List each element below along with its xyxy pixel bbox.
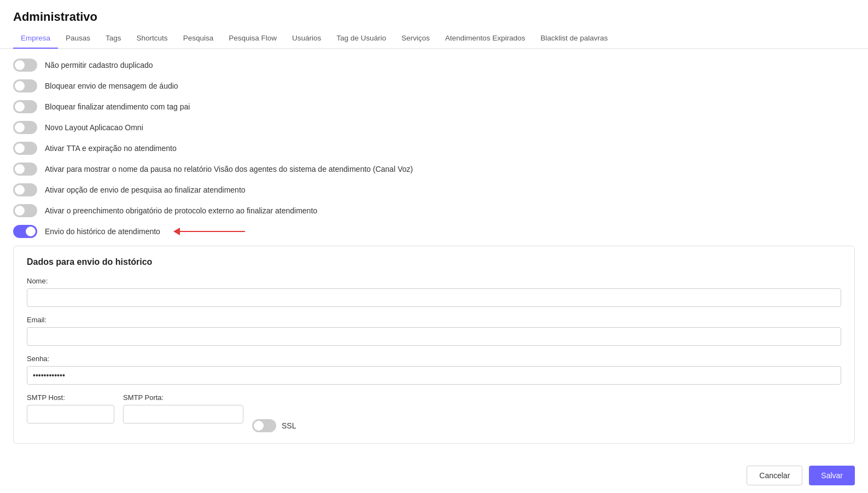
- label-senha: Senha:: [27, 355, 841, 363]
- form-col-smtp-host: SMTP Host:: [27, 393, 114, 432]
- history-card-title: Dados para envio do histórico: [27, 257, 841, 267]
- toggle-row-envio-pesquisa: Ativar opção de envio de pesquisa ao fin…: [13, 183, 855, 196]
- toggle-bloquear-audio[interactable]: [13, 79, 37, 92]
- toggle-row-historico-atendimento: Envio do histórico de atendimento: [13, 225, 855, 238]
- input-email[interactable]: [27, 327, 841, 346]
- save-button[interactable]: Salvar: [809, 466, 855, 485]
- tab-usuarios[interactable]: Usuários: [284, 28, 329, 49]
- toggle-ativar-tta[interactable]: [13, 142, 37, 155]
- toggle-row-bloquear-audio: Bloquear envio de mensagem de áudio: [13, 79, 855, 92]
- input-smtp-host[interactable]: [27, 405, 114, 424]
- cancel-button[interactable]: Cancelar: [747, 466, 802, 485]
- tab-pausas[interactable]: Pausas: [58, 28, 98, 49]
- toggle-envio-pesquisa[interactable]: [13, 183, 37, 196]
- toggle-label-mostrar-pausa: Ativar para mostrar o nome da pausa no r…: [45, 165, 413, 173]
- form-row-smtp: SMTP Host: SMTP Porta: SSL: [27, 393, 841, 432]
- label-smtp-porta: SMTP Porta:: [123, 393, 243, 402]
- footer-actions: Cancelar Salvar: [747, 466, 855, 485]
- toggle-row-ativar-tta: Ativar TTA e expiração no atendimento: [13, 142, 855, 155]
- form-group-email: Email:: [27, 316, 841, 346]
- toggle-row-protocolo-externo: Ativar o preenchimento obrigatório de pr…: [13, 204, 855, 217]
- toggle-novo-layout[interactable]: [13, 121, 37, 134]
- arrow-indicator: [173, 228, 245, 235]
- label-email: Email:: [27, 316, 841, 324]
- toggle-label-bloquear-tag-pai: Bloquear finalizar atendimento com tag p…: [45, 102, 190, 111]
- tabs-bar: Empresa Pausas Tags Shortcuts Pesquisa P…: [0, 28, 868, 49]
- form-group-senha: Senha:: [27, 355, 841, 385]
- tab-empresa[interactable]: Empresa: [13, 28, 58, 49]
- tab-pesquisa[interactable]: Pesquisa: [176, 28, 222, 49]
- ssl-row: SSL: [252, 419, 296, 432]
- tab-blacklist[interactable]: Blacklist de palavras: [533, 28, 615, 49]
- page-container: Administrativo Empresa Pausas Tags Short…: [0, 0, 868, 493]
- toggle-bloquear-tag-pai[interactable]: [13, 100, 37, 113]
- toggle-mostrar-pausa[interactable]: [13, 163, 37, 176]
- form-group-smtp-host: SMTP Host:: [27, 393, 114, 424]
- toggle-label-envio-pesquisa: Ativar opção de envio de pesquisa ao fin…: [45, 185, 246, 194]
- input-nome[interactable]: [27, 288, 841, 307]
- toggle-row-mostrar-pausa: Ativar para mostrar o nome da pausa no r…: [13, 163, 855, 176]
- page-title: Administrativo: [0, 0, 868, 24]
- input-smtp-porta[interactable]: [123, 405, 243, 424]
- toggle-row-cadastro-duplicado: Não permitir cadastro duplicado: [13, 59, 855, 72]
- arrow-line: [179, 231, 245, 232]
- form-group-smtp-porta: SMTP Porta:: [123, 393, 243, 424]
- tab-atendimentos-expirados[interactable]: Atendimentos Expirados: [438, 28, 533, 49]
- label-nome: Nome:: [27, 277, 841, 285]
- toggle-cadastro-duplicado[interactable]: [13, 59, 37, 72]
- toggle-protocolo-externo[interactable]: [13, 204, 37, 217]
- toggle-label-cadastro-duplicado: Não permitir cadastro duplicado: [45, 61, 153, 69]
- tab-shortcuts[interactable]: Shortcuts: [129, 28, 176, 49]
- ssl-label: SSL: [282, 421, 296, 430]
- tab-tag-usuario[interactable]: Tag de Usuário: [329, 28, 394, 49]
- label-smtp-host: SMTP Host:: [27, 393, 114, 402]
- tab-servicos[interactable]: Serviços: [394, 28, 438, 49]
- toggle-label-ativar-tta: Ativar TTA e expiração no atendimento: [45, 144, 177, 153]
- toggle-ssl[interactable]: [252, 419, 276, 432]
- tab-pesquisa-flow[interactable]: Pesquisa Flow: [221, 28, 284, 49]
- toggle-label-bloquear-audio: Bloquear envio de mensagem de áudio: [45, 82, 178, 90]
- form-col-smtp-porta: SMTP Porta:: [123, 393, 243, 432]
- tab-tags[interactable]: Tags: [98, 28, 129, 49]
- toggle-label-protocolo-externo: Ativar o preenchimento obrigatório de pr…: [45, 206, 317, 215]
- history-card: Dados para envio do histórico Nome: Emai…: [13, 246, 855, 444]
- toggle-historico-atendimento[interactable]: [13, 225, 37, 238]
- input-senha[interactable]: [27, 366, 841, 385]
- toggle-label-historico-atendimento: Envio do histórico de atendimento: [45, 227, 160, 236]
- form-group-nome: Nome:: [27, 277, 841, 307]
- toggle-row-bloquear-tag-pai: Bloquear finalizar atendimento com tag p…: [13, 100, 855, 113]
- content-area: Não permitir cadastro duplicado Bloquear…: [0, 49, 868, 493]
- toggle-label-novo-layout: Novo Layout Aplicacao Omni: [45, 123, 143, 132]
- toggle-row-novo-layout: Novo Layout Aplicacao Omni: [13, 121, 855, 134]
